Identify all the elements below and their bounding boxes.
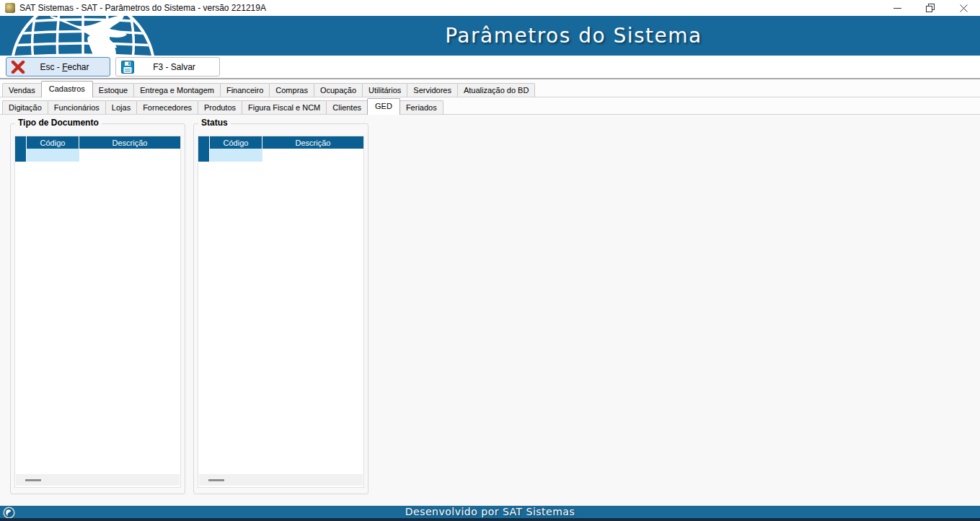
groupbox-title: Status (198, 118, 231, 128)
status-grid: Código Descrição (198, 136, 364, 488)
codigo-cell[interactable] (27, 149, 79, 162)
tab-feriados[interactable]: Feriados (399, 100, 443, 114)
floppy-disk-icon (116, 61, 139, 74)
app-icon (5, 3, 15, 13)
tab-fornecedores[interactable]: Fornecedores (136, 100, 198, 114)
tipo-de-documento-grid: Código Descrição (14, 136, 181, 488)
sat-globe-logo (0, 16, 167, 56)
grid-header: Código Descrição (198, 136, 363, 149)
table-row[interactable] (15, 149, 180, 162)
grid-header: Código Descrição (15, 136, 180, 149)
scrollbar-thumb[interactable] (208, 479, 224, 481)
close-form-button[interactable]: Esc - Fechar (6, 57, 110, 76)
row-indicator-cell (15, 149, 27, 162)
tab-entrega-e-montagem[interactable]: Entrega e Montagem (133, 83, 221, 97)
horizontal-scrollbar[interactable] (199, 474, 363, 486)
codigo-cell[interactable] (210, 149, 262, 162)
tab-compras[interactable]: Compras (269, 83, 314, 97)
groupbox-status: Status Código Descrição (193, 123, 368, 494)
minimize-icon (893, 4, 901, 12)
tab-utilitarios[interactable]: Utilitários (362, 83, 407, 97)
tab-atualizacao-do-bd[interactable]: Atualização do BD (457, 83, 536, 97)
save-label: F3 - Salvar (139, 62, 219, 72)
groupbox-tipo-de-documento: Tipo de Documento Código Descrição (10, 123, 185, 494)
horizontal-scrollbar[interactable] (16, 474, 180, 486)
tab-financeiro[interactable]: Financeiro (220, 83, 270, 97)
statusbar: Desenvolvido por SAT Sistemas (0, 505, 980, 521)
tab-cadastros[interactable]: Cadastros (41, 81, 93, 97)
tab-lojas[interactable]: Lojas (105, 100, 137, 114)
column-header-descricao: Descrição (262, 136, 363, 149)
header-banner: Parâmetros do Sistema (0, 16, 980, 56)
tab-ged[interactable]: GED (367, 98, 400, 115)
tab-figura-fiscal-e-ncm[interactable]: Figura Fiscal e NCM (242, 100, 327, 114)
restore-icon (926, 4, 935, 12)
restore-button[interactable] (914, 0, 947, 16)
row-indicator-header (15, 136, 27, 149)
close-button[interactable] (947, 0, 980, 16)
statusbar-bottom-strip (0, 518, 980, 521)
column-header-codigo: Código (210, 136, 262, 149)
tab-vendas[interactable]: Vendas (2, 83, 42, 97)
tab-produtos[interactable]: Produtos (198, 100, 242, 114)
table-row[interactable] (198, 149, 363, 162)
tab-estoque[interactable]: Estoque (92, 83, 134, 97)
ged-page: Tipo de Documento Código Descrição (0, 115, 980, 505)
close-icon (960, 4, 968, 12)
banner-title-wrap: Parâmetros do Sistema (167, 16, 980, 56)
page-title: Parâmetros do Sistema (445, 24, 702, 48)
app-window: SAT Sistemas - SAT - Parâmetros do Siste… (0, 0, 980, 521)
titlebar: SAT Sistemas - SAT - Parâmetros do Siste… (0, 0, 980, 16)
tab-clientes[interactable]: Clientes (326, 100, 368, 114)
minimize-button[interactable] (880, 0, 914, 16)
column-header-codigo: Código (27, 136, 79, 149)
tab-servidores[interactable]: Servidores (407, 83, 458, 97)
column-header-descricao: Descrição (79, 136, 180, 149)
close-form-label: Esc - Fechar (30, 62, 110, 72)
tab-ocupacao[interactable]: Ocupação (314, 83, 363, 97)
row-indicator-cell (198, 149, 210, 162)
main-tab-bar: Vendas Cadastros Estoque Entrega e Monta… (0, 79, 980, 97)
tab-digitacao[interactable]: Digitação (2, 100, 48, 114)
statusbar-text: Desenvolvido por SAT Sistemas (0, 506, 980, 517)
groupbox-title: Tipo de Documento (15, 118, 102, 128)
sub-tab-bar: Digitação Funcionários Lojas Fornecedore… (0, 97, 980, 115)
scrollbar-thumb[interactable] (25, 479, 41, 481)
descricao-cell[interactable] (79, 149, 180, 162)
toolbar: Esc - Fechar F3 - Salvar (0, 56, 980, 79)
tab-funcionarios[interactable]: Funcionários (48, 100, 106, 114)
row-indicator-header (198, 136, 210, 149)
window-title: SAT Sistemas - SAT - Parâmetros do Siste… (19, 3, 266, 13)
window-controls (880, 0, 980, 16)
save-button[interactable]: F3 - Salvar (115, 57, 220, 76)
red-x-icon (6, 61, 30, 74)
descricao-cell[interactable] (262, 149, 363, 162)
